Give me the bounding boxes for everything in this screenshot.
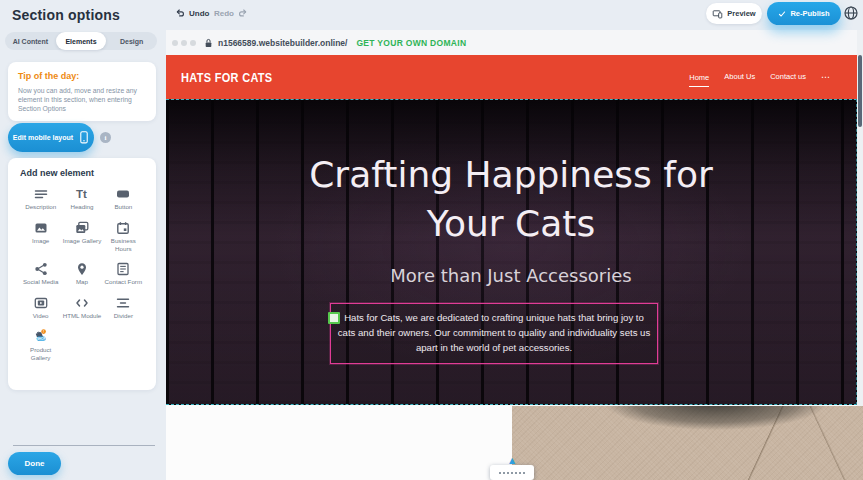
redo-label: Redo bbox=[214, 9, 234, 18]
hero-title[interactable]: Crafting Happiness for Your Cats bbox=[276, 151, 746, 248]
next-section-photo[interactable] bbox=[512, 406, 863, 480]
preview-button[interactable]: Preview bbox=[706, 3, 762, 24]
svg-text:!: ! bbox=[43, 330, 44, 334]
element-item-label: Button bbox=[103, 203, 144, 211]
element-item-label: Business Hours bbox=[103, 237, 144, 253]
undo-icon bbox=[175, 8, 185, 18]
tab-ai-content[interactable]: AI Content bbox=[5, 32, 56, 50]
tab-design[interactable]: Design bbox=[106, 32, 157, 50]
browser-bar: n1566589.websitebuilder.online/ GET YOUR… bbox=[166, 30, 863, 55]
lock-icon bbox=[204, 38, 213, 48]
button-icon bbox=[103, 186, 144, 201]
next-section-blank[interactable] bbox=[166, 406, 512, 480]
info-icon[interactable]: i bbox=[100, 132, 111, 143]
element-item-label: HTML Module bbox=[61, 312, 102, 320]
element-item-label: Contact Form bbox=[103, 278, 144, 286]
element-item-business-hours[interactable]: Business Hours bbox=[103, 220, 144, 253]
element-item-label: Divider bbox=[103, 312, 144, 320]
nav-item-home[interactable]: Home bbox=[689, 73, 709, 87]
element-item-description[interactable]: Description bbox=[20, 186, 61, 211]
element-item-heading[interactable]: TtHeading bbox=[61, 186, 102, 211]
add-panel-title: Add new element bbox=[20, 168, 144, 178]
canvas-scrollbar bbox=[857, 30, 863, 406]
devices-icon bbox=[712, 9, 723, 19]
site-preview-canvas: n1566589.websitebuilder.online/ GET YOUR… bbox=[166, 30, 863, 480]
browser-dot bbox=[181, 40, 187, 46]
element-item-label: Video bbox=[20, 312, 61, 320]
site-nav: HomeAbout UsContact us⋯ bbox=[689, 55, 831, 99]
element-item-divider[interactable]: Divider bbox=[103, 295, 144, 320]
social-media-icon bbox=[20, 261, 61, 276]
republish-button[interactable]: Re-Publish bbox=[767, 2, 841, 25]
site-logo[interactable]: HATS FOR CATS bbox=[181, 70, 273, 84]
add-new-element-panel: Add new element DescriptionTtHeadingButt… bbox=[8, 158, 156, 390]
element-item-label: Image Gallery bbox=[61, 237, 102, 245]
nav-more-icon[interactable]: ⋯ bbox=[821, 72, 831, 82]
image-gallery-icon bbox=[61, 220, 102, 235]
video-icon bbox=[20, 295, 61, 310]
edit-mobile-label: Edit mobile layout bbox=[13, 134, 73, 141]
element-item-button[interactable]: Button bbox=[103, 186, 144, 211]
hero-subtitle[interactable]: More than Just Accessories bbox=[166, 265, 856, 286]
edit-mobile-layout-button[interactable]: Edit mobile layout bbox=[8, 123, 94, 152]
element-item-map[interactable]: Map bbox=[61, 261, 102, 286]
heading-icon: Tt bbox=[61, 186, 102, 201]
element-item-label: Image bbox=[20, 237, 61, 245]
element-item-image[interactable]: Image bbox=[20, 220, 61, 253]
page-title: Section options bbox=[12, 7, 120, 23]
scrollbar-thumb[interactable] bbox=[858, 55, 862, 127]
business-hours-icon bbox=[103, 220, 144, 235]
section-resize-handle[interactable]: ▲ ▼ bbox=[490, 465, 534, 480]
phone-icon bbox=[79, 131, 89, 144]
check-icon bbox=[778, 10, 786, 18]
sidebar-divider bbox=[13, 445, 155, 446]
element-item-video[interactable]: Video bbox=[20, 295, 61, 320]
element-item-label: Description bbox=[20, 203, 61, 211]
globe-icon[interactable] bbox=[843, 5, 859, 21]
element-drag-handle[interactable] bbox=[328, 312, 340, 324]
tip-card: Tip of the day: Now you can add, move an… bbox=[8, 62, 156, 121]
undo-button[interactable]: Undo bbox=[175, 8, 209, 18]
html-module-icon bbox=[61, 295, 102, 310]
tip-title: Tip of the day: bbox=[18, 71, 146, 81]
divider-icon bbox=[103, 295, 144, 310]
element-item-social-media[interactable]: Social Media bbox=[20, 261, 61, 286]
svg-text:SHOP: SHOP bbox=[37, 337, 47, 341]
sidebar: AI ContentElementsDesign Tip of the day:… bbox=[0, 30, 166, 480]
contact-form-icon bbox=[103, 261, 144, 276]
sidebar-tabs: AI ContentElementsDesign bbox=[5, 32, 157, 50]
nav-item-about-us[interactable]: About Us bbox=[724, 72, 755, 83]
svg-text:Tt: Tt bbox=[77, 188, 88, 200]
description-icon bbox=[20, 186, 61, 201]
done-button[interactable]: Done bbox=[8, 452, 61, 475]
product-gallery-icon: SHOP! bbox=[20, 329, 61, 344]
image-icon bbox=[20, 220, 61, 235]
browser-dots bbox=[172, 40, 196, 46]
redo-button[interactable]: Redo bbox=[214, 8, 248, 18]
resize-arrow-up-icon: ▲ bbox=[509, 457, 515, 465]
element-item-label: Product Gallery bbox=[20, 346, 61, 362]
element-item-product-gallery[interactable]: SHOP!Product Gallery bbox=[20, 329, 61, 362]
browser-dot bbox=[190, 40, 196, 46]
site-header: HATS FOR CATS HomeAbout UsContact us⋯ bbox=[166, 55, 857, 99]
element-item-contact-form[interactable]: Contact Form bbox=[103, 261, 144, 286]
nav-item-contact-us[interactable]: Contact us bbox=[770, 72, 806, 83]
element-grid: DescriptionTtHeadingButtonImageImage Gal… bbox=[20, 186, 144, 361]
element-item-image-gallery[interactable]: Image Gallery bbox=[61, 220, 102, 253]
undo-label: Undo bbox=[189, 9, 209, 18]
website-builder-app: Section options Undo Redo Preview Re-Pub… bbox=[0, 0, 863, 480]
element-item-label: Map bbox=[61, 278, 102, 286]
element-item-html-module[interactable]: HTML Module bbox=[61, 295, 102, 320]
selected-text-element[interactable]: Hats for Cats, we are dedicated to craft… bbox=[330, 303, 658, 364]
redo-icon bbox=[238, 8, 248, 18]
browser-dot bbox=[172, 40, 178, 46]
site-url: n1566589.websitebuilder.online/ bbox=[218, 38, 347, 48]
element-item-label: Heading bbox=[61, 203, 102, 211]
topbar: Section options Undo Redo Preview Re-Pub… bbox=[0, 0, 863, 30]
hero-section[interactable]: Crafting Happiness for Your Cats More th… bbox=[166, 99, 857, 405]
map-icon bbox=[61, 261, 102, 276]
get-domain-link[interactable]: GET YOUR OWN DOMAIN bbox=[356, 38, 466, 48]
republish-label: Re-Publish bbox=[790, 9, 829, 18]
preview-label: Preview bbox=[727, 9, 755, 18]
tab-elements[interactable]: Elements bbox=[56, 32, 107, 50]
